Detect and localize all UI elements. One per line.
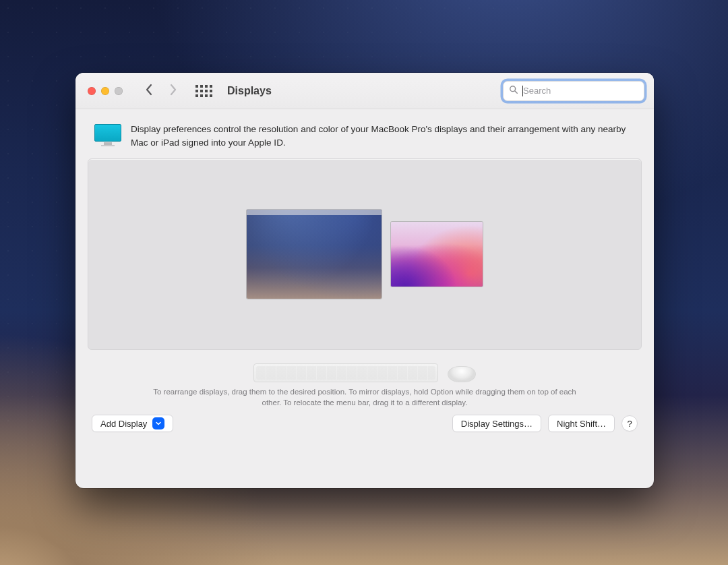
forward-button[interactable] (169, 83, 178, 99)
keyboard-icon (253, 363, 438, 382)
intro-row: Display preferences control the resoluti… (88, 120, 642, 158)
titlebar: Displays (75, 73, 654, 109)
mouse-icon (448, 366, 476, 382)
peripherals-illustration (253, 355, 476, 382)
help-label: ? (627, 419, 632, 429)
pane-title: Displays (227, 85, 272, 97)
dropdown-chip (152, 417, 164, 429)
content-area: Display preferences control the resoluti… (75, 109, 654, 488)
search-icon (509, 85, 522, 97)
arrangement-hint: To rearrange displays, drag them to the … (149, 386, 580, 408)
nav-arrows (144, 83, 178, 99)
night-shift-label: Night Shift… (557, 419, 606, 429)
system-preferences-window: Displays Display preferences control the… (75, 73, 654, 488)
night-shift-button[interactable]: Night Shift… (548, 415, 615, 432)
zoom-window-button[interactable] (115, 87, 123, 95)
back-button[interactable] (144, 83, 154, 99)
displays-pref-icon (94, 124, 121, 146)
minimize-window-button[interactable] (101, 87, 109, 95)
wallpaper-primary (247, 210, 382, 299)
arrangement-area[interactable] (88, 158, 642, 350)
window-controls (88, 87, 123, 95)
search-input[interactable] (523, 86, 638, 96)
hint-area: To rearrange displays, drag them to the … (88, 355, 642, 408)
add-display-label: Add Display (100, 419, 147, 429)
svg-line-1 (515, 90, 517, 92)
display-settings-button[interactable]: Display Settings… (452, 415, 541, 432)
display-settings-label: Display Settings… (461, 419, 533, 429)
footer-buttons: Add Display Display Settings… Night Shif… (88, 408, 642, 432)
display-secondary[interactable] (391, 222, 483, 287)
menu-bar-handle[interactable] (247, 210, 382, 215)
display-primary[interactable] (247, 210, 382, 299)
chevron-down-icon (155, 419, 162, 429)
add-display-button[interactable]: Add Display (92, 415, 173, 432)
close-window-button[interactable] (88, 87, 96, 95)
wallpaper-secondary (391, 222, 483, 287)
show-all-preferences-button[interactable] (195, 85, 212, 97)
intro-text: Display preferences control the resoluti… (131, 123, 638, 149)
search-field[interactable] (503, 81, 644, 101)
help-button[interactable]: ? (621, 415, 638, 432)
